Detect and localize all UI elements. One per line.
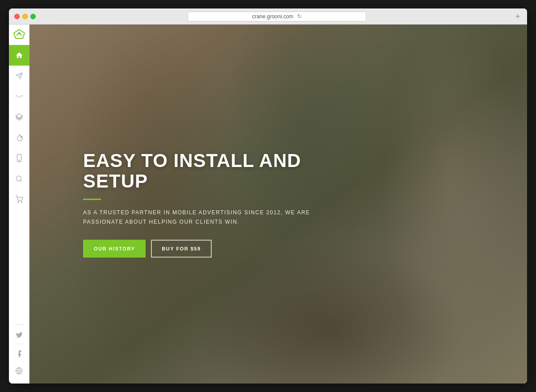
wave-icon bbox=[15, 94, 23, 99]
sidebar-item-facebook[interactable] bbox=[9, 345, 29, 362]
sidebar-item-settings[interactable] bbox=[9, 362, 29, 379]
send-icon bbox=[16, 72, 23, 79]
hero-title: EASY TO INSTALL AND SETUP bbox=[83, 150, 351, 192]
sidebar-item-search[interactable] bbox=[9, 168, 29, 189]
hero-buttons: OUR HISTORY BUY FOR $59 bbox=[83, 240, 351, 258]
browser-titlebar: crane.grooni.com ↻ + bbox=[9, 8, 527, 25]
layers-icon bbox=[15, 113, 23, 121]
sidebar bbox=[9, 25, 29, 384]
home-icon bbox=[15, 51, 23, 59]
traffic-lights bbox=[14, 14, 36, 19]
svg-point-7 bbox=[16, 176, 21, 181]
hero-subtitle: AS A TRUSTED PARTNER IN MOBILE ADVERTISI… bbox=[83, 208, 351, 226]
browser-window: crane.grooni.com ↻ + bbox=[9, 8, 527, 384]
address-bar[interactable]: crane.grooni.com ↻ bbox=[188, 12, 366, 21]
mobile-icon bbox=[17, 154, 22, 162]
sidebar-logo[interactable] bbox=[9, 25, 29, 45]
sidebar-social bbox=[9, 324, 29, 384]
our-history-button[interactable]: OUR HISTORY bbox=[83, 240, 146, 258]
sidebar-item-wave[interactable] bbox=[9, 86, 29, 107]
svg-line-8 bbox=[21, 180, 22, 181]
sidebar-divider-2 bbox=[15, 344, 24, 344]
refresh-icon[interactable]: ↻ bbox=[297, 13, 302, 20]
cart-icon bbox=[15, 196, 23, 203]
minimize-button[interactable] bbox=[22, 14, 28, 19]
sidebar-item-mobile[interactable] bbox=[9, 148, 29, 168]
logo-icon bbox=[13, 29, 25, 41]
facebook-icon bbox=[17, 350, 21, 357]
browser-content: EASY TO INSTALL AND SETUP AS A TRUSTED P… bbox=[9, 25, 527, 384]
sidebar-item-twitter[interactable] bbox=[9, 326, 29, 343]
svg-point-10 bbox=[21, 201, 22, 202]
twitter-icon bbox=[16, 331, 23, 338]
titlebar-right: + bbox=[514, 13, 522, 21]
svg-point-6 bbox=[19, 160, 20, 161]
titlebar-left bbox=[14, 14, 40, 19]
titlebar-center: crane.grooni.com ↻ bbox=[44, 12, 510, 21]
maximize-button[interactable] bbox=[30, 14, 36, 19]
svg-point-9 bbox=[17, 201, 18, 202]
sidebar-item-layers[interactable] bbox=[9, 107, 29, 127]
new-tab-button[interactable]: + bbox=[514, 13, 522, 21]
url-text: crane.grooni.com bbox=[252, 13, 293, 20]
sidebar-item-cart[interactable] bbox=[9, 189, 29, 209]
sidebar-item-home[interactable] bbox=[9, 45, 29, 66]
hero-divider bbox=[83, 199, 101, 200]
search-icon bbox=[15, 175, 23, 183]
close-button[interactable] bbox=[14, 14, 20, 19]
sidebar-item-send[interactable] bbox=[9, 66, 29, 86]
buy-now-button[interactable]: BUY FOR $59 bbox=[151, 240, 211, 258]
fire-icon bbox=[16, 133, 23, 142]
sidebar-divider bbox=[15, 325, 24, 325]
hero-section: EASY TO INSTALL AND SETUP AS A TRUSTED P… bbox=[29, 25, 527, 384]
globe-icon bbox=[15, 367, 23, 375]
hero-content: EASY TO INSTALL AND SETUP AS A TRUSTED P… bbox=[83, 150, 351, 258]
sidebar-item-fire[interactable] bbox=[9, 127, 29, 148]
